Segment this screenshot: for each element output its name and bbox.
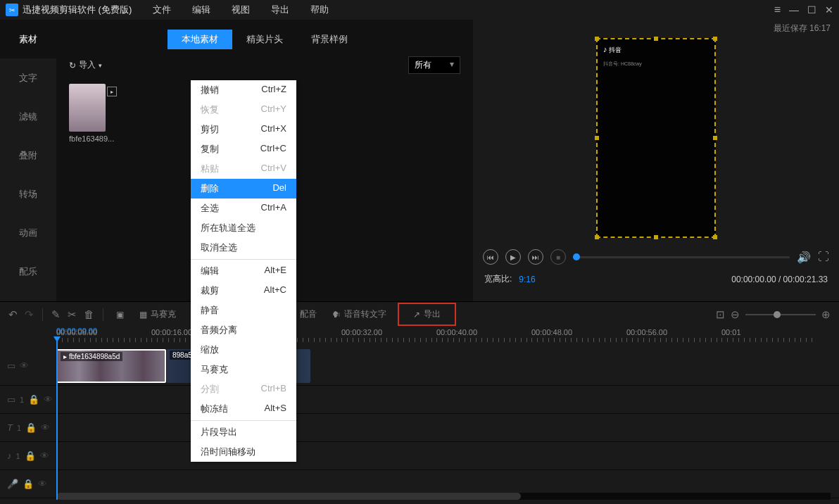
- eye-icon[interactable]: 👁: [40, 451, 49, 461]
- cm-mosaic[interactable]: 马赛克: [191, 360, 296, 379]
- undo-icon[interactable]: ↶: [8, 308, 18, 321]
- chevron-down-icon: ▾: [99, 62, 102, 69]
- sidebar-item-overlay[interactable]: 叠附: [0, 136, 56, 175]
- progress-handle[interactable]: [573, 253, 580, 260]
- aspect-value[interactable]: 9:16: [519, 275, 535, 284]
- audio-track-icon: ♪: [7, 451, 12, 461]
- menu-export[interactable]: 导出: [271, 4, 289, 16]
- zoom-slider[interactable]: [745, 314, 816, 315]
- next-button[interactable]: ⏭: [528, 249, 543, 265]
- prev-button[interactable]: ⏮: [483, 249, 498, 265]
- tab-local[interactable]: 本地素材: [168, 30, 232, 49]
- player-controls: ⏮ ▶ ⏭ ■ 🔊 ⛶: [483, 246, 829, 267]
- stop-button[interactable]: ■: [550, 249, 566, 265]
- cm-split[interactable]: 分割Ctrl+B: [191, 379, 296, 399]
- fullscreen-icon[interactable]: ⛶: [818, 251, 829, 263]
- cm-cut[interactable]: 剪切Ctrl+X: [191, 120, 296, 139]
- media-thumbnail[interactable]: ▸ fbfe163489...: [69, 84, 113, 143]
- overlay-track[interactable]: ▭1🔒👁: [0, 386, 839, 414]
- zoom-handle[interactable]: [774, 311, 781, 318]
- cm-freeze[interactable]: 帧冻结Alt+S: [191, 399, 296, 419]
- sidebar-item-transition[interactable]: 转场: [0, 175, 56, 213]
- menu-file[interactable]: 文件: [153, 4, 171, 16]
- video-track[interactable]: ▭👁 ▸fbfe1634898a5d 898a5d4ec7cb...: [0, 346, 839, 386]
- text-track[interactable]: T1🔒👁: [0, 414, 839, 442]
- import-label: 导入: [79, 59, 96, 71]
- tool-crop[interactable]: ▣: [112, 310, 128, 320]
- cm-crop[interactable]: 裁剪Alt+C: [191, 281, 296, 301]
- lock-icon[interactable]: 🔒: [28, 394, 39, 405]
- audio-track[interactable]: ♪1🔒👁: [0, 442, 839, 470]
- lock-icon[interactable]: 🔒: [25, 422, 37, 433]
- filter-dropdown[interactable]: 所有: [408, 56, 460, 74]
- resize-handle[interactable]: [595, 37, 599, 41]
- cm-copy[interactable]: 复制Ctrl+C: [191, 139, 296, 159]
- overlay-track-icon: ▭: [7, 394, 15, 405]
- lock-icon[interactable]: 🔒: [25, 451, 36, 461]
- sidebar-item-material[interactable]: 素材: [0, 20, 56, 58]
- last-saved-label: 最近保存 16:17: [774, 23, 831, 34]
- progress-bar[interactable]: [573, 256, 790, 258]
- resize-handle[interactable]: [713, 37, 717, 41]
- import-button[interactable]: ↻ 导入 ▾: [69, 59, 102, 71]
- menu-help[interactable]: 帮助: [310, 4, 329, 16]
- sidebar-item-filter[interactable]: 滤镜: [0, 97, 56, 136]
- play-button[interactable]: ▶: [505, 249, 521, 265]
- eye-icon[interactable]: 👁: [38, 479, 47, 489]
- time-ruler[interactable]: 00:00:08.00 00:00:16.00 00:00:24.00 00:0…: [0, 327, 839, 346]
- cm-redo[interactable]: 恢复Ctrl+Y: [191, 100, 296, 120]
- resize-handle[interactable]: [654, 235, 658, 239]
- time-mark: 00:01: [721, 327, 816, 346]
- maximize-button[interactable]: ☐: [807, 4, 816, 15]
- cm-selectall[interactable]: 全选Ctrl+A: [191, 199, 296, 218]
- zoom-out-icon[interactable]: ⊖: [731, 308, 740, 321]
- minimize-button[interactable]: —: [789, 4, 799, 15]
- cm-export-clip[interactable]: 片段导出: [191, 422, 296, 442]
- tool-mosaic[interactable]: ▦马赛克: [135, 308, 180, 320]
- eye-icon[interactable]: 👁: [20, 360, 29, 371]
- cm-paste[interactable]: 粘贴Ctrl+V: [191, 159, 296, 179]
- tool-speech2text[interactable]: 🗣语音转文字: [328, 308, 391, 320]
- menu-edit[interactable]: 编辑: [192, 4, 210, 16]
- cm-zoom[interactable]: 缩放: [191, 340, 296, 360]
- video-clip-1[interactable]: ▸fbfe1634898a5d: [56, 349, 166, 383]
- eye-icon[interactable]: 👁: [44, 394, 53, 405]
- cm-mute[interactable]: 静音: [191, 301, 296, 320]
- resize-handle[interactable]: [595, 136, 599, 140]
- zoom-in-icon[interactable]: ⊕: [821, 308, 831, 321]
- tab-intro[interactable]: 精美片头: [232, 30, 297, 49]
- redo-icon[interactable]: ↷: [25, 308, 34, 321]
- sidebar-item-animation[interactable]: 动画: [0, 213, 56, 252]
- cm-delete[interactable]: 删除Del: [191, 179, 296, 199]
- preview-frame[interactable]: ♪ 抖音 抖音号: HC88cwy: [596, 38, 716, 238]
- volume-icon[interactable]: 🔊: [797, 251, 811, 264]
- cm-edit[interactable]: 编辑Alt+E: [191, 261, 296, 281]
- resize-handle[interactable]: [654, 37, 658, 41]
- cm-move-timeline[interactable]: 沿时间轴移动: [191, 442, 296, 462]
- sidebar-item-music[interactable]: 配乐: [0, 252, 56, 291]
- fit-icon[interactable]: ⊡: [716, 308, 725, 321]
- tab-background[interactable]: 背景样例: [297, 30, 362, 49]
- export-button[interactable]: ↗导出: [398, 303, 456, 326]
- scrollbar-thumb[interactable]: [56, 493, 521, 500]
- resize-handle[interactable]: [713, 235, 717, 239]
- lock-icon[interactable]: 🔒: [23, 479, 34, 489]
- delete-icon[interactable]: 🗑: [84, 308, 94, 320]
- tool-strip: ↶ ↷ ✎ ✂ 🗑 ▣ ▦马赛克 ❄冻结帧 ◷时长 🎤配音 🗣语音转文字 ↗导出…: [0, 301, 839, 327]
- playhead[interactable]: [56, 338, 58, 500]
- cm-undo[interactable]: 撤销Ctrl+Z: [191, 80, 296, 100]
- watermark-sub: 抖音号: HC88cwy: [598, 61, 714, 68]
- cm-audio-detach[interactable]: 音频分离: [191, 320, 296, 340]
- cut-icon[interactable]: ✂: [68, 308, 77, 321]
- close-button[interactable]: ✕: [825, 4, 833, 15]
- cm-selecttrack[interactable]: 所在轨道全选: [191, 218, 296, 238]
- menu-view[interactable]: 视图: [232, 4, 250, 16]
- horizontal-scrollbar[interactable]: [56, 493, 831, 500]
- edit-icon[interactable]: ✎: [51, 308, 61, 321]
- sidebar-item-text[interactable]: 文字: [0, 58, 56, 97]
- hamburger-icon[interactable]: ≡: [774, 4, 781, 16]
- resize-handle[interactable]: [713, 136, 717, 140]
- resize-handle[interactable]: [595, 235, 599, 239]
- cm-deselect[interactable]: 取消全选: [191, 238, 296, 258]
- eye-icon[interactable]: 👁: [41, 422, 50, 433]
